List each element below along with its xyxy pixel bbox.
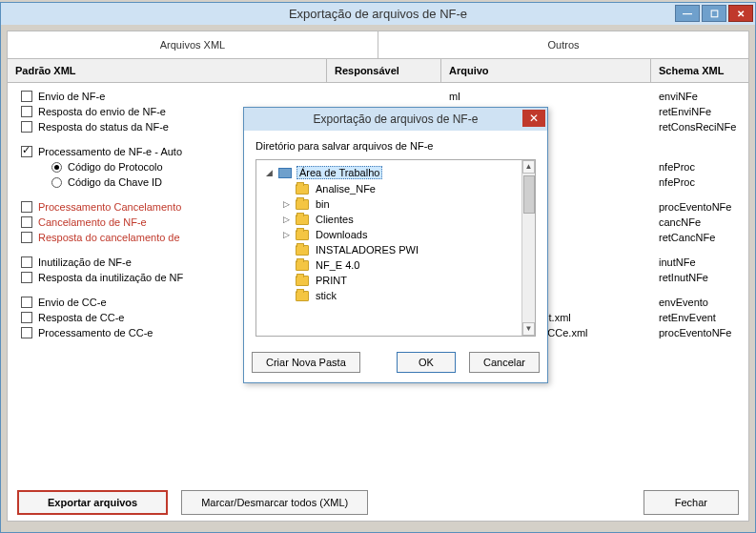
checkbox[interactable]: [21, 146, 32, 157]
folder-icon: [296, 215, 309, 225]
grid-header: Padrão XML Responsável Arquivo Schema XM…: [8, 59, 748, 83]
checkbox[interactable]: [21, 216, 32, 228]
close-panel-button[interactable]: Fechar: [644, 490, 739, 515]
header-responsavel: Responsável: [327, 59, 441, 82]
folder-icon: [296, 230, 309, 240]
header-padrao: Padrão XML: [8, 59, 327, 82]
tree-item[interactable]: stick: [262, 288, 529, 303]
checkbox[interactable]: [21, 272, 32, 283]
collapse-icon[interactable]: ◢: [264, 168, 274, 177]
checkbox[interactable]: [21, 91, 32, 102]
row-label: Código da Chave ID: [68, 176, 162, 188]
minimize-button[interactable]: —: [675, 5, 700, 22]
scroll-thumb[interactable]: [523, 175, 535, 214]
tree-item[interactable]: NF_E 4.0: [262, 257, 529, 273]
folder-tree: ◢Área de TrabalhoAnalise_NFe▷bin▷Cliente…: [255, 159, 536, 337]
row-label: Cancelamento de NF-e: [38, 216, 147, 228]
row-label: Envio de NF-e: [38, 91, 105, 102]
schema-cell: retEnviNFe: [651, 106, 748, 117]
tab-arquivos-xml[interactable]: Arquivos XML: [8, 31, 378, 59]
tree-item[interactable]: ◢Área de Trabalho: [262, 164, 529, 181]
expand-icon[interactable]: ▷: [281, 199, 291, 209]
schema-cell: retConsReciNFe: [651, 121, 748, 133]
checkbox[interactable]: [21, 201, 32, 213]
tree-item-label: bin: [314, 198, 332, 210]
row-label: Processamento de CC-e: [38, 327, 153, 338]
radio[interactable]: [51, 162, 62, 173]
expand-icon[interactable]: ▷: [281, 215, 291, 224]
table-row: Envio de NF-emlenviNFe: [8, 89, 748, 104]
schema-cell: retCancNFe: [651, 232, 748, 243]
scroll-up-icon[interactable]: ▲: [522, 160, 535, 174]
arquivo-cell: ml: [441, 91, 651, 102]
checkbox[interactable]: [21, 297, 32, 308]
dialog-subtitle: Diretório para salvar arquivos de NF-e: [255, 140, 536, 152]
row-label: Envio de CC-e: [38, 297, 107, 308]
mark-all-button[interactable]: Marcar/Desmarcar todos (XML): [181, 490, 368, 515]
row-label: Processamento Cancelamento: [38, 201, 181, 213]
dialog-title-bar: Exportação de arquivos de NF-e ✕: [244, 108, 547, 131]
export-button[interactable]: Exportar arquivos: [17, 490, 168, 515]
cancel-button[interactable]: Cancelar: [469, 352, 540, 373]
tree-item-label: INSTALADORES PWI: [314, 244, 420, 256]
dialog-close-button[interactable]: ✕: [522, 110, 545, 127]
tree-item-label: Clientes: [314, 214, 356, 225]
maximize-button[interactable]: ☐: [702, 5, 726, 22]
ok-button[interactable]: OK: [397, 352, 456, 373]
expand-icon[interactable]: ▷: [281, 230, 291, 239]
schema-cell: nfeProc: [651, 161, 748, 173]
checkbox[interactable]: [21, 121, 32, 133]
folder-icon: [296, 260, 309, 271]
schema-cell: procEventoNFe: [651, 201, 748, 213]
close-button[interactable]: ✕: [728, 5, 753, 22]
schema-cell: envEvento: [651, 297, 748, 308]
header-arquivo: Arquivo: [441, 59, 651, 82]
tree-item[interactable]: Analise_NFe: [262, 181, 529, 196]
checkbox[interactable]: [21, 106, 32, 117]
row-label: Resposta do status da NF-e: [38, 121, 169, 133]
checkbox[interactable]: [21, 256, 32, 268]
tree-item[interactable]: PRINT: [262, 273, 529, 288]
row-label: Resposta da inutilização de NF: [38, 272, 183, 283]
schema-cell: retInutNFe: [651, 272, 748, 283]
row-label: Processamento de NF-e - Auto: [38, 146, 182, 157]
window-title: Exportação de arquivos de NF-e: [289, 7, 467, 21]
row-label: Resposta do cancelamento de: [38, 232, 180, 243]
checkbox[interactable]: [21, 327, 32, 338]
folder-icon: [296, 184, 309, 195]
desktop-icon: [278, 168, 292, 178]
tabs: Arquivos XML Outros: [8, 31, 748, 59]
tree-item[interactable]: ▷Downloads: [262, 227, 529, 242]
tree-item-label: stick: [314, 290, 338, 301]
folder-dialog: Exportação de arquivos de NF-e ✕ Diretór…: [243, 107, 548, 383]
tree-item-label: Analise_NFe: [314, 183, 378, 195]
tree-item-label: NF_E 4.0: [314, 259, 361, 271]
scroll-down-icon[interactable]: ▼: [522, 322, 535, 336]
window-title-bar: Exportação de arquivos de NF-e — ☐ ✕: [1, 3, 755, 25]
checkbox[interactable]: [21, 312, 32, 323]
schema-cell: enviNFe: [651, 91, 748, 102]
schema-cell: retEnvEvent: [651, 312, 748, 323]
new-folder-button[interactable]: Criar Nova Pasta: [252, 352, 360, 373]
folder-icon: [296, 291, 309, 301]
row-label: Resposta do envio de NF-e: [38, 106, 166, 117]
bottom-toolbar: Exportar arquivos Marcar/Desmarcar todos…: [17, 490, 739, 515]
tree-item[interactable]: INSTALADORES PWI: [262, 242, 529, 257]
row-label: Inutilização de NF-e: [38, 256, 132, 268]
schema-cell: procEventoNFe: [651, 327, 748, 338]
tree-item[interactable]: ▷bin: [262, 196, 529, 212]
scrollbar[interactable]: ▲ ▼: [521, 160, 535, 336]
schema-cell: nfeProc: [651, 176, 748, 188]
tab-outros[interactable]: Outros: [378, 31, 748, 59]
folder-icon: [296, 199, 309, 210]
checkbox[interactable]: [21, 232, 32, 243]
radio[interactable]: [51, 177, 62, 188]
tree-item-label: PRINT: [314, 275, 349, 286]
schema-cell: inutNFe: [651, 256, 748, 268]
dialog-title: Exportação de arquivos de NF-e: [314, 113, 479, 126]
row-label: Código do Protocolo: [68, 161, 163, 173]
row-label: Resposta de CC-e: [38, 312, 125, 323]
schema-cell: cancNFe: [651, 216, 748, 228]
tree-item[interactable]: ▷Clientes: [262, 212, 529, 227]
tree-item-label: Downloads: [314, 229, 369, 240]
